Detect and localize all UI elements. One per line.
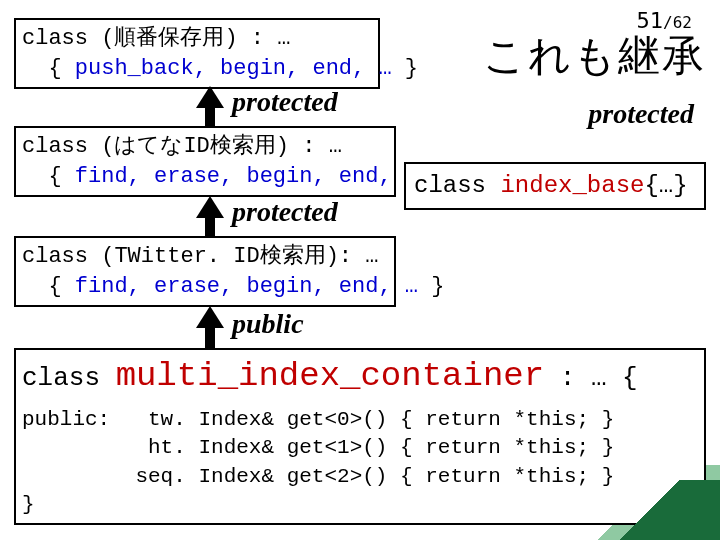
label-protected-right: protected [588,98,694,130]
slide-title: これも継承 [483,28,706,84]
seq-line2: { push_back, begin, end, … } [22,54,372,84]
label-public: public [232,308,304,340]
class-box-twitter: class (TWitter. ID検索用): … { find, erase,… [14,236,396,307]
hatena-line1: class (はてなID検索用) : … [22,132,388,162]
seq-line1: class (順番保存用) : … [22,24,372,54]
twitter-line1: class (TWitter. ID検索用): … [22,242,388,272]
label-protected-1: protected [232,86,338,118]
class-box-hatena: class (はてなID検索用) : … { find, erase, begi… [14,126,396,197]
index-base-line: class index_base{…} [414,170,696,202]
multi-line1: class multi_index_container : … { [22,354,698,400]
label-protected-2: protected [232,196,338,228]
class-box-seq: class (順番保存用) : … { push_back, begin, en… [14,18,380,89]
twitter-line2: { find, erase, begin, end, … } [22,272,388,302]
hatena-line2: { find, erase, begin, end, … } [22,162,388,192]
corner-decoration-dark [580,480,720,540]
class-box-index-base: class index_base{…} [404,162,706,210]
